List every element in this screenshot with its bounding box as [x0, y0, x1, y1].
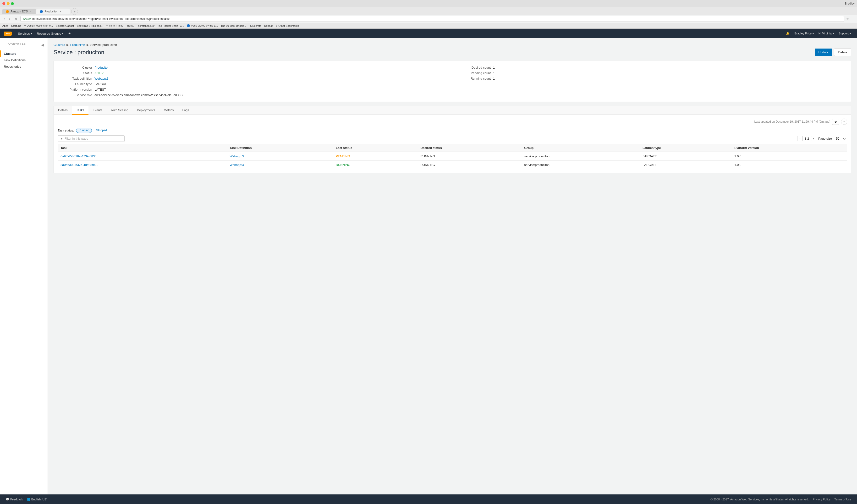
browser-forward-btn[interactable]: ›	[8, 17, 12, 21]
delete-button[interactable]: Delete	[834, 49, 851, 56]
tab-close-produciton[interactable]: ✕	[60, 10, 62, 13]
nav-region[interactable]: N. Virginia ▾	[816, 29, 836, 38]
task-id-cell[interactable]: 3a056302-b375-4def-896...	[57, 161, 227, 169]
filter-input-wrap[interactable]: ▼	[57, 135, 124, 142]
browser-url-bar[interactable]: Secure https://console.aws.amazon.com/ec…	[20, 16, 844, 22]
tab-tasks[interactable]: Tasks	[72, 106, 88, 115]
bookmark-design[interactable]: ✏ Design lessons for e...	[24, 24, 53, 27]
info-pending-count-value: 1	[493, 71, 495, 75]
tab-produciton[interactable]: 🔵 Produciton ✕	[36, 9, 70, 14]
info-running-count-value: 1	[493, 77, 495, 80]
tab-label-ecs: Amazon ECS	[11, 10, 28, 13]
window-close-btn[interactable]	[2, 2, 5, 5]
tab-tasks-content: Last updated on December 19, 2017 11:29:…	[54, 115, 851, 173]
bookmark-bootstrap[interactable]: Bootstrap 3 Tips and...	[77, 24, 103, 27]
status-stopped-btn[interactable]: Stopped	[94, 128, 109, 133]
bookmark-pens[interactable]: 🔵 Pens picked by the E...	[187, 24, 218, 27]
tab-close-ecs[interactable]: ✕	[29, 10, 31, 13]
window-maximize-btn[interactable]	[11, 2, 14, 5]
aws-logo-text: aws	[6, 33, 10, 35]
page-size-select[interactable]: 50 25 100	[834, 136, 847, 141]
pagination-prev-btn[interactable]: ‹	[797, 136, 803, 141]
help-button[interactable]: ?	[841, 119, 847, 125]
nav-star[interactable]: ★	[66, 29, 73, 38]
bookmark-scratchpad[interactable]: scratchpad.io/	[138, 24, 154, 27]
sidebar-item-clusters[interactable]: Clusters	[0, 50, 48, 57]
extensions-btn[interactable]: ⋮	[851, 17, 855, 21]
sidebar-item-repositories[interactable]: Repositories	[0, 63, 48, 70]
sidebar-item-task-definitions[interactable]: Task Definitions	[0, 57, 48, 63]
last-status-cell: PENDING	[333, 152, 418, 161]
task-id-cell[interactable]: 6a9f6d5f-018a-4739-8835...	[57, 152, 227, 161]
service-info-grid: Cluster Produciton Status ACTIVE Task de…	[58, 65, 846, 98]
refresh-button[interactable]: ↻	[832, 119, 839, 125]
breadcrumb-clusters[interactable]: Clusters	[54, 43, 65, 47]
sidebar-collapse-btn[interactable]: ◀	[41, 43, 44, 47]
tab-deployments[interactable]: Deployments	[133, 106, 159, 115]
bookmark-apps[interactable]: Apps	[2, 24, 9, 27]
desired-status-cell: RUNNING	[418, 152, 521, 161]
th-desired-status: Desired status	[418, 144, 521, 152]
filter-input[interactable]	[65, 137, 122, 140]
info-cluster-value[interactable]: Produciton	[95, 66, 109, 69]
aws-nav-right: 🔔 Bradley Price ▾ N. Virginia ▾ Support …	[784, 29, 853, 38]
task-status-label: Task status:	[57, 129, 74, 132]
task-definition-cell[interactable]: Webapp:3	[227, 152, 333, 161]
privacy-policy-link[interactable]: Privacy Policy	[813, 498, 831, 501]
update-button[interactable]: Update	[815, 49, 833, 56]
main-layout: Amazon ECS ◀ Clusters Task Definitions R…	[0, 38, 857, 494]
nav-region-label: N. Virginia	[819, 32, 831, 35]
status-running-btn[interactable]: Running	[76, 128, 92, 133]
terms-of-use-link[interactable]: Terms of Use	[834, 498, 851, 501]
nav-bell[interactable]: 🔔	[784, 29, 792, 38]
bookmark-repeat[interactable]: Repeat!	[264, 24, 273, 27]
info-cluster-label: Cluster	[58, 66, 92, 69]
info-desired-count-label: Desired count	[457, 66, 491, 69]
bookmark-star-btn[interactable]: ☆	[846, 17, 850, 21]
tab-metrics[interactable]: Metrics	[159, 106, 178, 115]
aws-top-nav: aws Services ▾ Resource Groups ▾ ★ 🔔 Bra…	[0, 29, 857, 38]
window-minimize-btn[interactable]	[7, 2, 10, 5]
info-task-def: Task definition Webapp:3	[58, 76, 448, 81]
last-updated-text: Last updated on December 19, 2017 11:29:…	[754, 120, 830, 123]
task-definition-cell[interactable]: Webapp:3	[227, 161, 333, 169]
nav-services-label: Services	[18, 32, 30, 35]
info-launch-type-value: FARGATE	[95, 82, 109, 86]
language-btn[interactable]: 🌐 English (US)	[27, 498, 47, 501]
bookmark-hackershelf[interactable]: The Hacker Shelf | C...	[157, 24, 184, 27]
filter-row: ▼ ‹ 1-2 › Page size 50 25 100	[57, 135, 847, 142]
tab-details[interactable]: Details	[54, 106, 72, 115]
browser-addressbar: ‹ › ↻ Secure https://console.aws.amazon.…	[0, 15, 857, 23]
browser-window-controls[interactable]	[2, 2, 14, 5]
nav-user[interactable]: Bradley Price ▾	[792, 29, 816, 38]
browser-back-btn[interactable]: ‹	[2, 17, 6, 21]
info-platform-version-label: Platform version	[58, 88, 92, 91]
bookmark-selectorgadget[interactable]: SelectorGadget	[56, 24, 74, 27]
tab-events[interactable]: Events	[88, 106, 107, 115]
language-label: English (US)	[31, 498, 47, 501]
bookmark-secrets[interactable]: $ Secrets	[250, 24, 261, 27]
tab-logs[interactable]: Logs	[178, 106, 194, 115]
tab-amazon-ecs[interactable]: 🟠 Amazon ECS ✕	[2, 9, 36, 14]
th-task-definition: Task Definition	[227, 144, 333, 152]
bookmark-thinktrafic[interactable]: ✳ Think Traffic — Build...	[106, 24, 135, 27]
info-task-def-value[interactable]: Webapp:3	[95, 77, 108, 80]
info-service-role-label: Service role	[58, 93, 92, 97]
new-tab-btn[interactable]: +	[71, 8, 78, 15]
footer-right: © 2008 - 2017, Amazon Web Services, Inc.…	[710, 498, 851, 501]
bookmark-10most[interactable]: The 10 Most Undersi...	[221, 24, 247, 27]
aws-logo[interactable]: aws	[4, 32, 12, 36]
bookmark-startups[interactable]: Startups	[11, 24, 21, 27]
tab-auto-scaling[interactable]: Auto Scaling	[107, 106, 133, 115]
nav-services-caret: ▾	[31, 32, 32, 35]
browser-reload-btn[interactable]: ↻	[13, 17, 18, 21]
nav-resource-groups[interactable]: Resource Groups ▾	[34, 29, 66, 38]
bookmark-other[interactable]: » Other Bookmarks	[276, 24, 299, 27]
breadcrumb-produciton[interactable]: Produciton	[70, 43, 85, 47]
nav-services[interactable]: Services ▾	[16, 29, 34, 38]
nav-star-icon: ★	[68, 32, 71, 35]
feedback-btn[interactable]: 💬 Feedback	[6, 498, 23, 501]
launch-type-cell: FARGATE	[640, 152, 732, 161]
pagination-next-btn[interactable]: ›	[811, 136, 816, 141]
nav-support[interactable]: Support ▾	[836, 29, 853, 38]
